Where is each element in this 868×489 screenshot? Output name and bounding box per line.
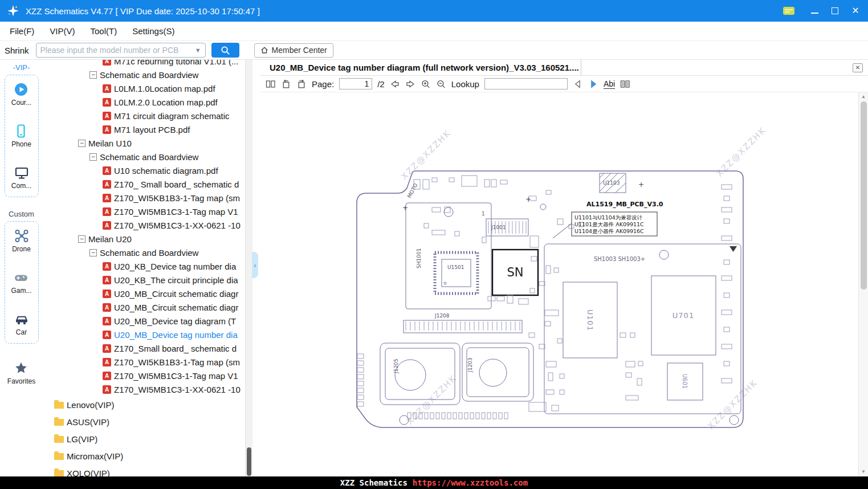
pdf-canvas[interactable]: XZZ@XZZHK XZZ@XZZHK XZZ@XZZHK XZZ@XZZHK	[260, 92, 868, 476]
tree-folder[interactable]: ASUS(VIP)	[43, 413, 244, 430]
tree-file[interactable]: AZ170_WI5MB1C3-1-Tag map V1	[43, 369, 244, 382]
recharge-card-icon[interactable]	[783, 6, 795, 16]
tree-file[interactable]: AU20_MB_Circuit schematic diagr	[43, 300, 244, 314]
tree-file[interactable]: AM71 layout PCB.pdf	[43, 123, 244, 136]
collapse-icon[interactable]: −	[89, 71, 97, 79]
close-document-button[interactable]: ✕	[853, 63, 863, 72]
collapse-tree-button[interactable]: ‹	[252, 252, 258, 278]
close-button[interactable]: ✕	[851, 6, 860, 15]
sidebar-item-favorites[interactable]: Favorites	[7, 361, 35, 385]
viewer-scrollbar-thumb[interactable]	[861, 101, 867, 290]
collapse-icon[interactable]: −	[89, 153, 97, 161]
sidebar-item-game[interactable]: Gam...	[11, 270, 31, 295]
tree-file[interactable]: AZ170_WI5KB1B3-1-Tag map (sm	[43, 191, 244, 205]
tree-scrollbar-thumb[interactable]	[247, 447, 251, 476]
tree-file[interactable]: AZ170_WI5MB1C3-1-Tag map V1	[43, 205, 244, 218]
tree-folder[interactable]: Lenovo(VIP)	[43, 396, 244, 413]
tree-file[interactable]: AZ170_WI5KB1B3-1-Tag map (sm	[43, 355, 244, 369]
pdf-icon: A	[103, 276, 111, 284]
document-tab[interactable]: U20_MB_Device tag number diagram (full n…	[260, 60, 581, 75]
tree-file[interactable]: AU20_MB_Circuit schematic diagr	[43, 287, 244, 300]
pdf-icon: A	[103, 84, 111, 93]
tree-file[interactable]: AU20_KB_The circuit principle dia	[43, 273, 244, 287]
tree-node[interactable]: −Schematic and Boardview	[43, 150, 244, 164]
tree-item-label: U20_MB_Circuit schematic diagr	[114, 303, 238, 312]
sidebar-item-drone[interactable]: Drone	[12, 229, 31, 253]
tree-folder[interactable]: XOLO(VIP)	[43, 464, 244, 476]
tree-item-label: Z170_ Small board_ schematic d	[114, 180, 239, 189]
tree-item-label: Z170_WI5MB1C3-1-Tag map V1	[114, 207, 238, 217]
tree-file[interactable]: AZ170_ Small board_ schematic d	[43, 177, 244, 191]
svg-text:SN: SN	[507, 266, 523, 279]
sidebar-item-phone[interactable]: Phone	[11, 124, 31, 148]
shrink-button[interactable]: Shrink	[3, 46, 30, 55]
tree-folder[interactable]: Micromax(VIP)	[43, 447, 244, 464]
rotate-right-icon[interactable]	[296, 79, 307, 89]
member-center-label: Member Center	[272, 46, 327, 55]
tree-file[interactable]: AU20_MB_Device tag number dia	[43, 328, 244, 341]
search-box[interactable]: ▼	[36, 43, 206, 58]
statusbar-url[interactable]: https://www.xzztools.com	[413, 478, 528, 487]
maximize-button[interactable]	[830, 6, 840, 15]
find-previous-icon[interactable]	[573, 79, 583, 89]
menu-settings[interactable]: Settings(S)	[132, 26, 174, 36]
window-controls: ✕	[783, 6, 860, 16]
page-input[interactable]	[339, 78, 372, 89]
scroll-up-icon[interactable]: ▲	[859, 93, 868, 101]
svg-text:U101: U101	[586, 309, 594, 331]
next-page-icon[interactable]	[405, 79, 415, 89]
tree-item-label: Z170_Small board_ schematic d	[114, 344, 237, 353]
find-next-icon[interactable]	[588, 79, 598, 89]
search-button[interactable]	[211, 43, 239, 58]
window-title: XZZ Schematics V4.77 [ VIP Due date: 202…	[26, 6, 260, 16]
tree-file[interactable]: AZ170_WI5MB1C3-1-XX-0621 -10	[43, 218, 244, 232]
chevron-down-icon[interactable]: ▼	[195, 47, 201, 54]
tree-file[interactable]: AL0LM.1.0Location map.pdf	[43, 82, 244, 95]
tree-file[interactable]: AZ170_WI5MB1C3-1-XX-0621 -10	[43, 382, 244, 396]
tree-node[interactable]: −Meilan U10	[43, 136, 244, 150]
zoom-in-icon[interactable]	[421, 79, 431, 89]
panel-splitter[interactable]: ‹	[252, 60, 260, 476]
tree-node[interactable]: −Meilan U20	[43, 232, 244, 246]
menu-file[interactable]: File(F)	[10, 26, 34, 36]
tree-file[interactable]: AU10 schematic diagram.pdf	[43, 164, 244, 177]
scroll-down-icon[interactable]: ▼	[859, 468, 868, 476]
two-page-view-icon[interactable]	[266, 79, 276, 89]
collapse-icon[interactable]: −	[78, 140, 85, 147]
pdf-icon: A	[103, 125, 111, 134]
search-input[interactable]	[40, 46, 195, 55]
sidebar-item-car[interactable]: Car	[14, 312, 29, 336]
tree-folder[interactable]: LG(VIP)	[43, 430, 244, 447]
tree-file[interactable]: AM71c reburning tutorial V1.01 (...	[43, 60, 244, 68]
tree-file[interactable]: AM71 circuit diagram schematic	[43, 109, 244, 123]
font-style-button[interactable]: Abi	[604, 79, 615, 89]
tree-file[interactable]: AU20_MB_Device tag diagram (T	[43, 314, 244, 328]
previous-page-icon[interactable]	[390, 79, 400, 89]
collapse-icon[interactable]: −	[78, 235, 85, 243]
zoom-out-icon[interactable]	[436, 79, 446, 89]
tree-scrollbar[interactable]	[245, 60, 252, 476]
viewer-scrollbar[interactable]: ▲ ▼	[858, 92, 868, 476]
tree-file[interactable]: AU20_KB_Device tag number dia	[43, 259, 244, 273]
sidebar-item-courses[interactable]: Cour...	[11, 82, 31, 107]
board-outline	[357, 171, 743, 427]
tree-node[interactable]: −Schematic and Boardview	[43, 68, 244, 82]
thumbnail-view-icon[interactable]	[620, 79, 630, 89]
collapse-icon[interactable]: −	[89, 249, 97, 256]
menu-vip[interactable]: VIP(V)	[50, 26, 75, 36]
sidebar-item-label: Cour...	[11, 99, 31, 107]
document-tab-title: U20_MB_Device tag number diagram (full n…	[270, 63, 579, 72]
play-circle-icon	[14, 82, 28, 97]
tree-file[interactable]: AZ170_Small board_ schematic d	[43, 341, 244, 355]
rotate-left-icon[interactable]	[281, 79, 291, 89]
tree-file[interactable]: AL0LM.2.0 Location map.pdf	[43, 95, 244, 109]
menu-tool[interactable]: Tool(T)	[91, 26, 117, 36]
tree-node[interactable]: −Schematic and Boardview	[43, 246, 244, 259]
minimize-button[interactable]	[810, 6, 819, 15]
lookup-input[interactable]	[484, 78, 568, 89]
vip-group-label: -VIP-	[13, 63, 30, 72]
member-center-button[interactable]: Member Center	[254, 43, 333, 58]
folder-icon	[54, 436, 64, 443]
sidebar-item-computer[interactable]: Com...	[11, 165, 31, 190]
star-icon	[14, 361, 28, 376]
